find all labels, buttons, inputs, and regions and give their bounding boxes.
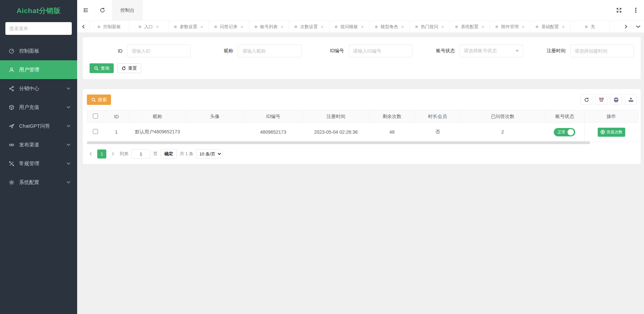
tab-label: 热门提问 — [421, 24, 438, 30]
close-icon[interactable]: × — [156, 24, 159, 29]
sidebar-item-distribution-center[interactable]: 分销中心 — [0, 79, 77, 98]
id-number-input[interactable] — [349, 45, 413, 57]
close-icon[interactable]: × — [361, 24, 364, 29]
tab-question-template[interactable]: 提问模板 × — [329, 21, 369, 33]
recharge-count-button[interactable]: 充值次数 — [598, 128, 625, 137]
cell-id-number: 4809652173 — [244, 123, 303, 141]
table-refresh-icon[interactable] — [581, 95, 592, 105]
id-input[interactable] — [127, 45, 191, 57]
tab-dot-icon — [174, 25, 177, 28]
user-icon — [8, 66, 15, 73]
share-icon — [8, 85, 15, 92]
close-icon[interactable]: × — [522, 24, 525, 29]
console-header-tab[interactable]: 控制台 — [112, 0, 143, 20]
tab-recharge-truncated[interactable]: 充 — [570, 21, 610, 33]
close-icon[interactable]: × — [200, 24, 203, 29]
goto-confirm-button[interactable]: 确定 — [161, 149, 177, 159]
tab-control-panel[interactable]: 控制面板 — [89, 21, 129, 33]
close-icon[interactable]: × — [321, 24, 324, 29]
close-icon[interactable]: × — [281, 24, 284, 29]
reset-button[interactable]: 重置 — [117, 63, 141, 73]
query-button[interactable]: 查询 — [90, 63, 114, 73]
filter-label: 昵称 — [224, 48, 233, 54]
tab-basic-config[interactable]: 基础配置 × — [530, 21, 570, 33]
more-vertical-icon[interactable] — [627, 7, 644, 13]
refresh-icon[interactable] — [94, 0, 111, 20]
dashboard-icon — [8, 48, 15, 54]
header-duration-member: 时长会员 — [415, 110, 461, 123]
header-id-number: ID编号 — [244, 110, 303, 123]
filter-nickname: 昵称 — [200, 45, 311, 57]
filter-label: 账号状态 — [436, 48, 455, 54]
header-nickname: 昵称 — [129, 110, 186, 123]
sidebar-item-chatgpt-qa[interactable]: ChatGPT问答 — [0, 117, 77, 135]
sidebar-item-user-recharge[interactable]: 用户充值 — [0, 98, 77, 117]
search-button[interactable]: 搜索 — [87, 95, 111, 105]
tabs-scroll-right-icon[interactable] — [620, 21, 632, 33]
tab-qa-records[interactable]: 问答记录 × — [209, 21, 249, 33]
status-toggle[interactable]: 正常 — [554, 128, 575, 136]
tab-account-list[interactable]: 账号列表 × — [249, 21, 289, 33]
fullscreen-icon[interactable] — [610, 7, 627, 13]
tab-dot-icon — [585, 25, 588, 28]
sidebar-item-general-management[interactable]: 常规管理 — [0, 154, 77, 173]
recharge-count-label: 充值次数 — [606, 129, 623, 135]
cell-register-time: 2023-05-04 02:26:36 — [303, 123, 369, 141]
user-table-panel: 搜索 — [83, 89, 641, 164]
columns-filter-icon[interactable] — [595, 95, 607, 105]
nickname-input[interactable] — [238, 45, 302, 57]
sidebar-item-user-management[interactable]: 用户管理 — [0, 60, 77, 79]
row-checkbox[interactable] — [93, 129, 98, 134]
tab-label: 入口 — [144, 24, 153, 30]
sidebar-item-dashboard[interactable]: 控制面板 — [0, 42, 77, 60]
tab-label: 账号列表 — [260, 24, 278, 30]
sidebar-item-system-config[interactable]: 系统配置 — [0, 173, 77, 192]
tab-dot-icon — [415, 25, 418, 28]
chevron-down-icon — [516, 50, 519, 52]
header-register-time: 注册时间 — [303, 110, 369, 123]
tab-dot-icon — [139, 25, 141, 28]
tab-dot-icon — [294, 25, 297, 28]
tab-hot-questions[interactable]: 热门提问 × — [410, 21, 450, 33]
close-icon[interactable]: × — [240, 24, 244, 29]
reset-button-label: 重置 — [128, 65, 137, 71]
register-time-input[interactable] — [570, 45, 634, 57]
tabs-menu-chevron-icon[interactable] — [632, 21, 644, 33]
export-icon[interactable] — [625, 95, 637, 105]
tab-dot-icon — [455, 25, 458, 28]
tab-system-config[interactable]: 系统配置 × — [449, 21, 490, 33]
filter-panel: ID 昵称 ID编号 账号状态 请选择账号状态 — [83, 37, 641, 79]
next-page-icon[interactable] — [109, 149, 117, 158]
search-icon — [94, 66, 99, 71]
tab-count-settings[interactable]: 次数设置 × — [289, 21, 329, 33]
close-icon[interactable]: × — [441, 24, 444, 29]
print-icon[interactable] — [610, 95, 622, 105]
tab-attachment-management[interactable]: 附件管理 × — [490, 21, 530, 33]
filter-label: ID — [118, 48, 122, 54]
account-status-select[interactable]: 请选择账号状态 — [460, 45, 523, 57]
tab-param-settings[interactable]: 参数设置 × — [168, 21, 209, 33]
page-number-button[interactable]: 1 — [97, 149, 106, 159]
horizontal-scrollbar-thumb[interactable] — [87, 141, 590, 144]
tab-entry[interactable]: 入口 × — [129, 21, 168, 33]
menu-search-input[interactable] — [5, 22, 72, 35]
prev-page-icon[interactable] — [87, 149, 94, 158]
tabs-strip: 控制面板 入口 × 参数设置 × 问答记录 × 账号列表 × — [89, 21, 620, 33]
content-area: ID 昵称 ID编号 账号状态 请选择账号状态 — [77, 33, 644, 314]
main-area: 控制台 控制面板 入口 × — [77, 0, 644, 314]
collapse-menu-icon[interactable] — [77, 0, 94, 20]
sidebar-item-publish-channels[interactable]: 发布渠道 — [0, 135, 77, 154]
close-icon[interactable]: × — [401, 24, 404, 29]
per-page-select[interactable]: 10 条/页 — [196, 149, 222, 159]
close-icon[interactable]: × — [562, 24, 565, 29]
sidebar-item-label: 发布渠道 — [19, 142, 39, 148]
tab-model-role[interactable]: 模型角色 × — [369, 21, 410, 33]
tabs-scroll-left-icon[interactable] — [77, 21, 89, 33]
goto-page-input[interactable] — [131, 149, 150, 159]
select-all-checkbox[interactable] — [93, 114, 98, 119]
close-icon[interactable]: × — [481, 24, 484, 29]
sidebar-item-label: 系统配置 — [19, 179, 39, 186]
tools-icon — [8, 160, 15, 167]
cell-nickname: 默认用户4809652173 — [129, 123, 186, 141]
filter-label: 注册时间 — [547, 48, 566, 54]
